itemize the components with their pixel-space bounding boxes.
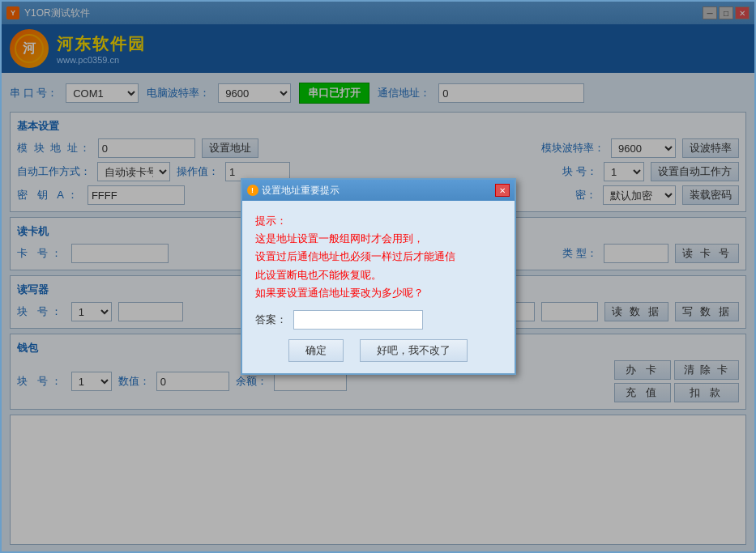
hint-line-5: 如果要设置通信地址要改为多少呢？ <box>255 287 424 299</box>
hint-line-4: 此设置断电也不能恢复呢。 <box>255 269 382 281</box>
modal-title-left: ! 设置地址重要提示 <box>247 184 340 198</box>
answer-row: 答案： <box>255 310 502 330</box>
modal-title-text: 设置地址重要提示 <box>262 184 340 198</box>
hint-line-1: 提示： <box>255 215 287 227</box>
answer-label: 答案： <box>255 313 287 327</box>
modal-overlay: ! 设置地址重要提示 ✕ 提示： 这是地址设置一般组网时才会用到， 设置过后通信… <box>2 2 754 551</box>
modal-close-button[interactable]: ✕ <box>495 184 510 197</box>
modal-dialog: ! 设置地址重要提示 ✕ 提示： 这是地址设置一般组网时才会用到， 设置过后通信… <box>241 178 516 374</box>
modal-buttons: 确定 好吧，我不改了 <box>255 339 502 362</box>
answer-input[interactable] <box>293 310 423 330</box>
hint-line-3: 设置过后通信地址也必须一样过后才能通信 <box>255 250 455 262</box>
modal-hint: 提示： 这是地址设置一般组网时才会用到， 设置过后通信地址也必须一样过后才能通信… <box>255 212 502 301</box>
main-window: Y Y1OR测试软件 ─ □ ✕ 河 河东软件园 www.pc0359.cn 串… <box>0 0 756 553</box>
cancel-no-change-button[interactable]: 好吧，我不改了 <box>360 339 468 362</box>
confirm-button[interactable]: 确定 <box>288 339 344 362</box>
modal-icon: ! <box>247 185 258 196</box>
modal-title-bar: ! 设置地址重要提示 ✕ <box>242 180 515 201</box>
modal-body: 提示： 这是地址设置一般组网时才会用到， 设置过后通信地址也必须一样过后才能通信… <box>242 201 515 372</box>
hint-line-2: 这是地址设置一般组网时才会用到， <box>255 232 424 245</box>
